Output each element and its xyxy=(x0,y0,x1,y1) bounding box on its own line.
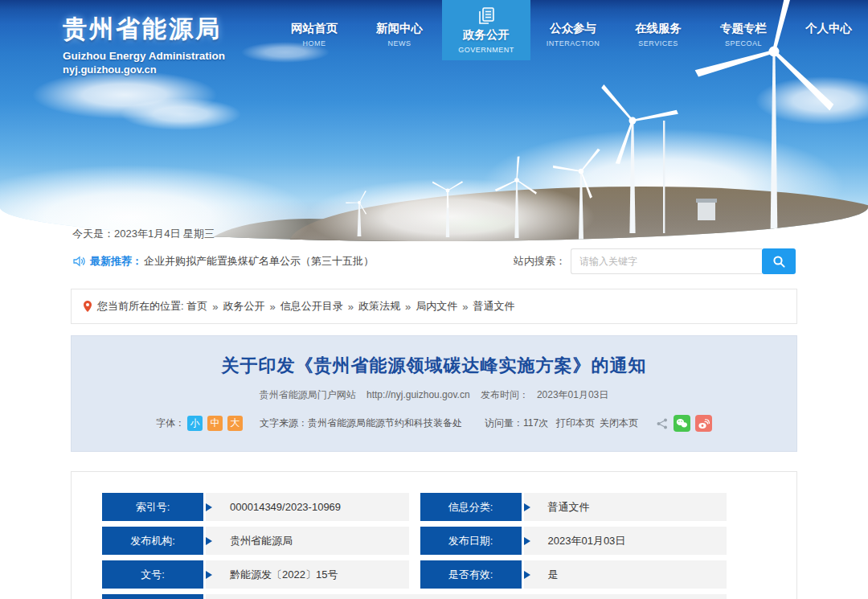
site-domain: nyj.guizhou.gov.cn xyxy=(63,64,225,76)
breadcrumb-separator: » xyxy=(348,301,354,313)
nav-label: 网站首页 xyxy=(272,21,357,36)
meta-row: 信息名称: 关于印发《贵州省能源领域碳达峰实施方案》的通知 xyxy=(102,594,727,599)
meta-row: 索引号: 000014349/2023-10969 信息分类: 普通文件 xyxy=(102,493,727,521)
breadcrumb-item-government[interactable]: 政务公开 xyxy=(223,299,264,314)
text-source: 文字来源：贵州省能源局能源节约和科技装备处 xyxy=(260,416,462,430)
breadcrumb-separator: » xyxy=(269,301,275,313)
article-title: 关于印发《贵州省能源领域碳达峰实施方案》的通知 xyxy=(88,354,780,378)
meta-cell-index: 索引号: 000014349/2023-10969 xyxy=(102,493,409,521)
site-search: 站内搜索： xyxy=(514,248,796,274)
article-source-site: 贵州省能源局门户网站 xyxy=(260,389,356,400)
latest-recommend: 最新推荐： 企业并购拟产能置换煤矿名单公示（第三十五批） xyxy=(72,254,374,269)
publish-date-value: 2023年01月03日 xyxy=(524,527,727,555)
recommend-link[interactable]: 企业并购拟产能置换煤矿名单公示（第三十五批） xyxy=(144,254,374,269)
nav-item-government[interactable]: 政务公开 GOVERNMENT xyxy=(442,0,530,60)
search-label: 站内搜索： xyxy=(514,254,566,269)
info-category-value: 普通文件 xyxy=(524,493,727,521)
recommend-label: 最新推荐： xyxy=(90,254,142,269)
index-number-label: 索引号: xyxy=(102,493,203,521)
nav-sublabel: INTERACTION xyxy=(530,39,616,47)
document-icon xyxy=(476,6,497,26)
meta-cell-agency: 发布机构: 贵州省能源局 xyxy=(102,527,409,555)
close-page-button[interactable]: 关闭本页 xyxy=(600,416,638,430)
visit-count: 访问量：117次 xyxy=(485,416,548,430)
nav-sublabel: SPECOAL xyxy=(701,39,786,47)
document-meta-panel: 索引号: 000014349/2023-10969 信息分类: 普通文件 发布机… xyxy=(71,471,797,599)
nav-item-special[interactable]: 专题专栏 SPECOAL xyxy=(701,0,786,60)
font-large-button[interactable]: 大 xyxy=(227,416,243,431)
nav-sublabel: HOME xyxy=(272,39,357,47)
article-source-url: http://nyj.guizhou.gov.cn xyxy=(366,389,470,400)
publish-agency-value: 贵州省能源局 xyxy=(206,527,409,555)
breadcrumb-separator: » xyxy=(462,301,468,313)
breadcrumb-separator: » xyxy=(212,301,218,313)
info-category-label: 信息分类: xyxy=(420,493,522,521)
info-name-label: 信息名称: xyxy=(102,594,203,599)
article-controls-row: 字体： 小 中 大 文字来源：贵州省能源局能源节约和科技装备处 访问量：117次… xyxy=(88,415,780,432)
publish-time-value: 2023年01月03日 xyxy=(537,389,608,400)
nav-label: 公众参与 xyxy=(530,21,616,36)
share-icon[interactable] xyxy=(656,417,669,430)
print-page-button[interactable]: 打印本页 xyxy=(556,416,595,430)
index-number-value: 000014349/2023-10969 xyxy=(206,493,409,521)
nav-item-interaction[interactable]: 公众参与 INTERACTION xyxy=(530,0,616,60)
meta-cell-docno: 文号: 黔能源发〔2022〕15号 xyxy=(102,560,409,589)
publish-date-label: 发布日期: xyxy=(420,527,522,555)
nav-label: 新闻中心 xyxy=(357,21,442,36)
document-number-label: 文号: xyxy=(102,560,203,589)
banner: 贵州省能源局 Guizhou Energy Administration nyj… xyxy=(0,0,868,215)
font-medium-button[interactable]: 中 xyxy=(207,416,223,431)
meta-cell-category: 信息分类: 普通文件 xyxy=(420,493,727,521)
page: 贵州省能源局 Guizhou Energy Administration nyj… xyxy=(0,0,868,599)
breadcrumb-item-policies[interactable]: 政策法规 xyxy=(358,299,400,314)
nav-sublabel: NEWS xyxy=(357,39,442,47)
breadcrumb-item-info-directory[interactable]: 信息公开目录 xyxy=(280,299,343,314)
nav-label: 政务公开 xyxy=(442,27,530,43)
article-header-panel: 关于印发《贵州省能源领域碳达峰实施方案》的通知 贵州省能源局门户网站 http:… xyxy=(71,335,797,452)
nav-sublabel: SERVICES xyxy=(616,39,701,47)
article-source-line: 贵州省能源局门户网站 http://nyj.guizhou.gov.cn 发布时… xyxy=(88,388,780,402)
speaker-icon xyxy=(72,255,85,268)
share-buttons xyxy=(656,415,712,432)
site-title-en: Guizhou Energy Administration xyxy=(63,50,225,62)
search-input[interactable] xyxy=(571,248,762,274)
nav-item-personal-center[interactable]: 个人中心 xyxy=(786,0,868,60)
meta-row: 发布机构: 贵州省能源局 发布日期: 2023年01月03日 xyxy=(102,527,727,555)
search-button[interactable] xyxy=(762,248,796,274)
breadcrumb-item-bureau-files[interactable]: 局内文件 xyxy=(416,299,457,314)
breadcrumb-separator: » xyxy=(405,301,411,313)
search-icon xyxy=(772,255,786,269)
nav-sublabel: GOVERNMENT xyxy=(442,46,530,54)
main-nav: 网站首页 HOME 新闻中心 NEWS 政务公开 GOVERNMENT 公 xyxy=(272,0,868,60)
location-pin-icon xyxy=(83,300,92,313)
nav-item-home[interactable]: 网站首页 HOME xyxy=(272,0,357,60)
publish-time-label: 发布时间： xyxy=(481,389,529,400)
nav-label: 个人中心 xyxy=(786,21,868,36)
font-size-label: 字体： xyxy=(156,416,185,430)
publish-agency-label: 发布机构: xyxy=(102,527,203,555)
weibo-share-icon[interactable] xyxy=(695,415,712,432)
nav-item-services[interactable]: 在线服务 SERVICES xyxy=(616,0,701,60)
wechat-share-icon[interactable] xyxy=(674,415,690,432)
breadcrumb-prefix: 您当前所在的位置: xyxy=(97,299,184,314)
nav-item-news[interactable]: 新闻中心 NEWS xyxy=(357,0,442,60)
meta-cell-validity: 是否有效: 是 xyxy=(420,560,727,589)
breadcrumb-item-common-files[interactable]: 普通文件 xyxy=(473,299,514,314)
info-name-value: 关于印发《贵州省能源领域碳达峰实施方案》的通知 xyxy=(206,594,727,599)
is-valid-label: 是否有效: xyxy=(420,560,522,589)
is-valid-value: 是 xyxy=(524,560,727,589)
nav-label: 专题专栏 xyxy=(701,21,786,36)
site-title: 贵州省能源局 xyxy=(63,13,225,46)
toolbar-row: 最新推荐： 企业并购拟产能置换煤矿名单公示（第三十五批） 站内搜索： xyxy=(72,248,796,274)
font-small-button[interactable]: 小 xyxy=(187,416,203,431)
breadcrumb: 您当前所在的位置: 首页 » 政务公开 » 信息公开目录 » 政策法规 » 局内… xyxy=(71,289,797,324)
document-number-value: 黔能源发〔2022〕15号 xyxy=(206,560,409,589)
meta-cell-name: 信息名称: 关于印发《贵州省能源领域碳达峰实施方案》的通知 xyxy=(102,594,727,599)
current-date-text: 今天是：2023年1月4日 星期三 xyxy=(72,227,868,241)
site-logo[interactable]: 贵州省能源局 Guizhou Energy Administration nyj… xyxy=(63,13,225,76)
meta-cell-pubdate: 发布日期: 2023年01月03日 xyxy=(420,527,727,555)
meta-row: 文号: 黔能源发〔2022〕15号 是否有效: 是 xyxy=(102,560,727,589)
breadcrumb-item-home[interactable]: 首页 xyxy=(186,299,207,314)
nav-label: 在线服务 xyxy=(616,21,701,36)
